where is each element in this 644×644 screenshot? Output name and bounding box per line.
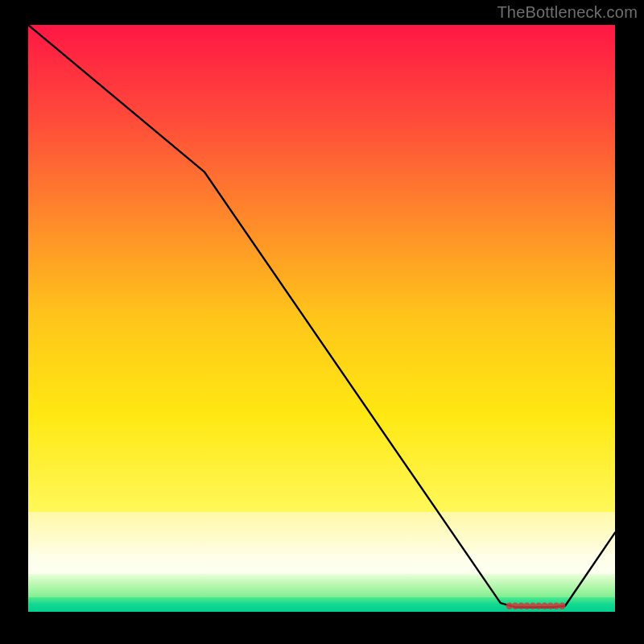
marker-dot xyxy=(512,603,518,609)
marker-dot xyxy=(547,603,554,609)
chart-overlay xyxy=(28,25,615,612)
bottleneck-curve xyxy=(28,25,615,607)
marker-dot xyxy=(553,603,559,609)
marker-dot xyxy=(523,603,530,609)
chart-frame: TheBottleneck.com xyxy=(0,0,644,644)
marker-dot xyxy=(541,603,547,609)
marker-dot xyxy=(518,603,524,609)
plot-area xyxy=(28,25,615,612)
optimal-range-markers xyxy=(506,603,566,609)
marker-dot xyxy=(530,603,536,609)
marker-dot xyxy=(559,603,565,609)
marker-dot xyxy=(535,603,542,609)
attribution-label: TheBottleneck.com xyxy=(497,3,638,22)
marker-dot xyxy=(506,603,513,609)
